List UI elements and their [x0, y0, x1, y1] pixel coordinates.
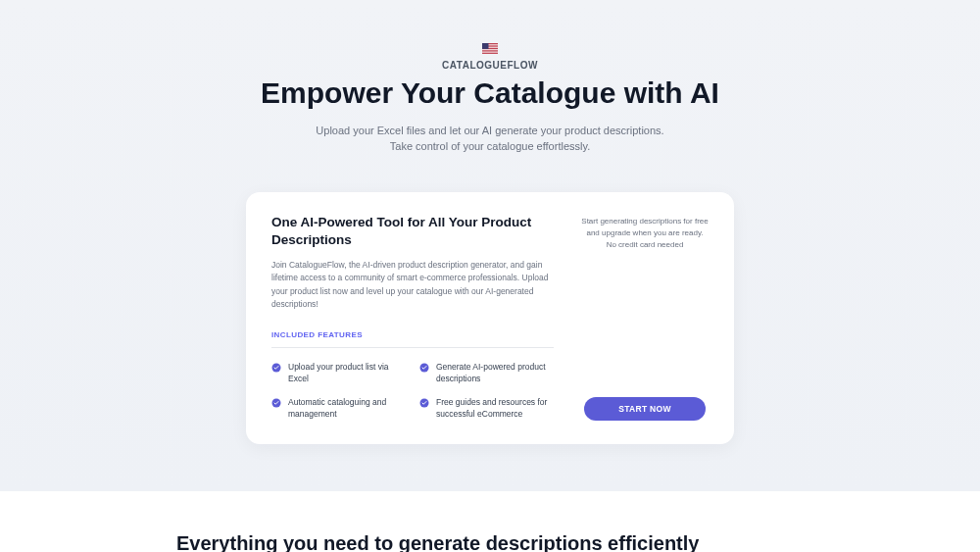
check-circle-icon: [271, 398, 281, 408]
card-description: Join CatalogueFlow, the AI-driven produc…: [271, 259, 554, 311]
lower-inner: Everything you need to generate descript…: [157, 532, 823, 552]
features-grid: Upload your product list via Excel Gener…: [271, 362, 554, 421]
pricing-card: One AI-Powered Tool for All Your Product…: [246, 192, 734, 444]
check-circle-icon: [271, 363, 281, 373]
svg-rect-8: [482, 43, 489, 49]
feature-item: Upload your product list via Excel: [271, 362, 406, 385]
feature-text: Generate AI-powered product descriptions: [436, 362, 554, 385]
card-title: One AI-Powered Tool for All Your Product…: [271, 214, 554, 249]
start-now-button[interactable]: START NOW: [584, 397, 706, 421]
lower-title: Everything you need to generate descript…: [176, 532, 804, 552]
svg-rect-7: [482, 53, 498, 54]
svg-rect-6: [482, 52, 498, 53]
locale-flag-wrap: [0, 43, 980, 54]
feature-text: Free guides and resources for successful…: [436, 397, 554, 421]
card-right-text: Start generating descriptions for free a…: [581, 214, 709, 251]
flag-icon[interactable]: [482, 43, 498, 54]
included-features-label: INCLUDED FEATURES: [271, 330, 554, 348]
hero-subline-2: Take control of your catalogue effortles…: [0, 139, 980, 155]
feature-text: Upload your product list via Excel: [288, 362, 406, 385]
check-circle-icon: [419, 363, 429, 373]
lower-section: Everything you need to generate descript…: [0, 491, 980, 552]
feature-item: Free guides and resources for successful…: [419, 397, 554, 421]
card-right: Start generating descriptions for free a…: [581, 214, 709, 421]
hero-subline-1: Upload your Excel files and let our AI g…: [0, 124, 980, 139]
right-text-line1: Start generating descriptions for free a…: [581, 217, 708, 237]
brand-name: CATALOGUEFLOW: [0, 60, 980, 71]
hero-headline: Empower Your Catalogue with AI: [0, 76, 980, 110]
hero-section: CATALOGUEFLOW Empower Your Catalogue wit…: [0, 0, 980, 491]
check-circle-icon: [419, 398, 429, 408]
right-text-line2: No credit card needed: [607, 240, 684, 249]
feature-text: Automatic cataloguing and management: [288, 397, 406, 421]
feature-item: Generate AI-powered product descriptions: [419, 362, 554, 385]
feature-item: Automatic cataloguing and management: [271, 397, 406, 421]
svg-rect-5: [482, 50, 498, 51]
card-left: One AI-Powered Tool for All Your Product…: [271, 214, 554, 421]
